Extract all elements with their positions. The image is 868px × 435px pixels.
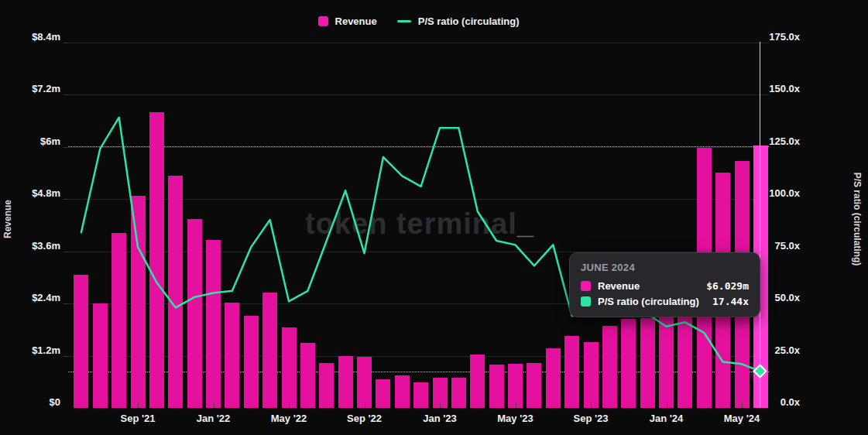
revenue-bar-sep-23[interactable]	[584, 342, 599, 409]
revenue-ps-ratio-chart: Revenue P/S ratio (circulating) Revenue …	[0, 0, 868, 435]
x-axis-label: May '22	[262, 413, 316, 424]
x-axis-tick	[214, 402, 214, 408]
legend-revenue-label: Revenue	[335, 15, 377, 27]
revenue-bar-apr-22[interactable]	[262, 293, 277, 408]
left-axis-tick	[63, 252, 68, 252]
revenue-bar-dec-22[interactable]	[413, 382, 428, 408]
revenue-bar-jul-22[interactable]	[319, 363, 334, 408]
revenue-bar-jun-22[interactable]	[300, 343, 315, 408]
watermark-text: token terminal	[305, 207, 517, 240]
x-axis-tick	[138, 402, 139, 408]
revenue-bar-jan-22[interactable]	[206, 240, 221, 408]
revenue-bar-nov-23[interactable]	[621, 319, 636, 408]
token-terminal-watermark: token terminal_	[305, 207, 534, 241]
crosshair-vertical-line	[760, 42, 760, 408]
revenue-bar-jun-23[interactable]	[527, 363, 541, 408]
revenue-bar-aug-21[interactable]	[112, 233, 126, 408]
left-axis-tick	[63, 147, 68, 148]
revenue-bar-oct-21[interactable]	[149, 112, 164, 408]
revenue-bar-mar-23[interactable]	[470, 355, 485, 408]
crosshair-dotted-line-revenue	[68, 146, 769, 147]
revenue-bar-feb-24[interactable]	[678, 317, 692, 408]
revenue-bar-nov-21[interactable]	[168, 176, 183, 408]
x-axis-tick	[667, 402, 667, 408]
revenue-bar-aug-22[interactable]	[338, 356, 353, 408]
revenue-bar-may-22[interactable]	[282, 327, 297, 408]
tooltip-ps-label: P/S ratio (circulating)	[598, 296, 699, 307]
x-axis-tick	[289, 402, 290, 408]
legend-ps-ratio-label: P/S ratio (circulating)	[418, 15, 520, 27]
left-axis-label: $6m	[0, 135, 60, 147]
tooltip-date: JUNE 2024	[581, 262, 749, 273]
left-axis-label: $3.6m	[0, 240, 60, 252]
revenue-bar-oct-23[interactable]	[602, 326, 617, 408]
chart-legend: Revenue P/S ratio (circulating)	[68, 15, 769, 27]
legend-item-revenue[interactable]: Revenue	[318, 15, 377, 27]
x-axis-label: Sep '23	[564, 413, 618, 424]
left-axis-tick	[63, 356, 68, 357]
x-axis-label: Jan '24	[640, 413, 694, 424]
right-axis-label: 100.0x	[769, 187, 800, 199]
chart-tooltip: JUNE 2024 Revenue $6.029m P/S ratio (cir…	[569, 252, 760, 317]
right-axis-label: 175.0x	[769, 31, 800, 43]
right-axis-title: P/S ratio (circulating)	[852, 157, 863, 281]
gridline	[68, 94, 769, 95]
x-axis-label: May '23	[489, 413, 543, 424]
revenue-bar-dec-21[interactable]	[187, 219, 202, 408]
x-axis-tick	[440, 402, 441, 408]
left-axis-title: Revenue	[2, 165, 13, 273]
right-axis-label: 50.0x	[769, 292, 800, 303]
x-axis-tick	[516, 402, 516, 408]
x-axis-label: Jan '22	[187, 413, 241, 424]
tooltip-revenue-swatch-icon	[581, 281, 591, 291]
tooltip-revenue-value: $6.029m	[706, 280, 749, 292]
left-axis-label: $1.2m	[0, 344, 60, 356]
revenue-bar-sep-22[interactable]	[357, 357, 372, 408]
revenue-bar-nov-22[interactable]	[395, 375, 410, 408]
left-axis-label: $2.4m	[0, 292, 60, 303]
watermark-underscore: _	[517, 207, 534, 240]
revenue-bar-oct-22[interactable]	[376, 379, 390, 408]
revenue-bar-aug-23[interactable]	[564, 336, 579, 408]
tooltip-ps-value: 17.44x	[712, 296, 749, 307]
left-axis-tick	[63, 199, 68, 200]
revenue-bar-sep-21[interactable]	[131, 196, 146, 409]
revenue-bar-may-23[interactable]	[508, 364, 523, 408]
x-axis-tick	[742, 402, 743, 408]
revenue-bar-jan-24[interactable]	[659, 317, 674, 408]
left-axis-label: $7.2m	[0, 83, 60, 94]
x-axis-label: May '24	[715, 413, 769, 424]
tooltip-row-ps-ratio: P/S ratio (circulating) 17.44x	[581, 296, 749, 307]
tooltip-ps-swatch-icon	[581, 296, 591, 307]
tooltip-revenue-label: Revenue	[598, 280, 640, 292]
x-axis-label: Jan '23	[413, 413, 467, 424]
revenue-bar-feb-22[interactable]	[225, 303, 239, 408]
right-axis-label: 150.0x	[769, 83, 800, 94]
legend-item-ps-ratio[interactable]: P/S ratio (circulating)	[397, 15, 520, 27]
right-axis-label: 25.0x	[769, 344, 800, 356]
revenue-bar-dec-23[interactable]	[640, 318, 655, 408]
x-axis-tick	[365, 402, 365, 408]
revenue-bar-jun-21[interactable]	[74, 275, 88, 408]
revenue-bar-mar-22[interactable]	[244, 316, 259, 408]
right-axis-label: 75.0x	[769, 240, 800, 252]
ps-ratio-line-swatch-icon	[397, 20, 411, 22]
x-axis-label: Sep '22	[338, 413, 392, 424]
left-axis-label: $8.4m	[0, 31, 60, 43]
x-axis-tick	[591, 402, 592, 408]
x-axis-label: Sep '21	[111, 413, 165, 424]
revenue-bar-jul-21[interactable]	[93, 303, 108, 408]
left-axis-label: $0	[0, 396, 60, 408]
revenue-bar-apr-23[interactable]	[489, 365, 504, 408]
revenue-swatch-icon	[318, 16, 328, 26]
gridline	[68, 43, 769, 43]
left-axis-tick	[63, 303, 68, 304]
revenue-bar-jul-23[interactable]	[546, 348, 561, 408]
left-axis-label: $4.8m	[0, 187, 60, 199]
revenue-bar-feb-23[interactable]	[451, 378, 466, 408]
right-axis-label: 0.0x	[769, 396, 800, 408]
left-axis-tick	[63, 94, 68, 95]
tooltip-row-revenue: Revenue $6.029m	[581, 280, 749, 292]
left-axis-tick	[63, 43, 68, 43]
right-axis-label: 125.0x	[769, 135, 800, 147]
